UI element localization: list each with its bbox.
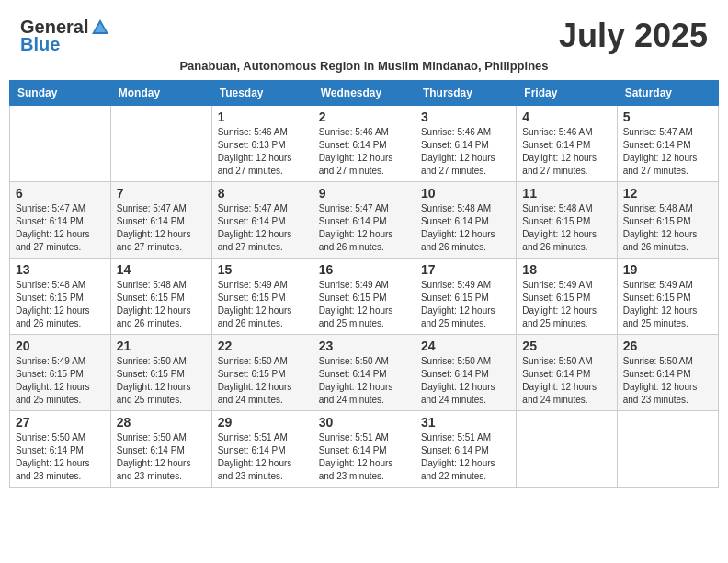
day-number: 20 <box>16 339 105 353</box>
calendar-cell: 5Sunrise: 5:47 AM Sunset: 6:14 PM Daylig… <box>617 106 718 182</box>
calendar-cell: 27Sunrise: 5:50 AM Sunset: 6:14 PM Dayli… <box>10 411 111 488</box>
calendar-cell: 6Sunrise: 5:47 AM Sunset: 6:14 PM Daylig… <box>10 182 111 259</box>
day-info: Sunrise: 5:48 AM Sunset: 6:15 PM Dayligh… <box>117 279 206 330</box>
day-number: 18 <box>522 262 610 277</box>
day-info: Sunrise: 5:51 AM Sunset: 6:14 PM Dayligh… <box>421 431 510 483</box>
calendar-cell: 2Sunrise: 5:46 AM Sunset: 6:14 PM Daylig… <box>313 106 415 182</box>
column-header-thursday: Thursday <box>415 81 516 106</box>
day-info: Sunrise: 5:47 AM Sunset: 6:14 PM Dayligh… <box>623 126 712 178</box>
calendar-cell <box>517 411 617 488</box>
calendar-cell: 23Sunrise: 5:50 AM Sunset: 6:14 PM Dayli… <box>313 335 415 411</box>
calendar-cell: 20Sunrise: 5:49 AM Sunset: 6:15 PM Dayli… <box>10 335 111 411</box>
day-number: 3 <box>421 109 510 124</box>
calendar-cell: 25Sunrise: 5:50 AM Sunset: 6:14 PM Dayli… <box>517 335 617 411</box>
day-info: Sunrise: 5:49 AM Sunset: 6:15 PM Dayligh… <box>623 279 712 330</box>
calendar-cell: 14Sunrise: 5:48 AM Sunset: 6:15 PM Dayli… <box>110 259 211 335</box>
day-number: 15 <box>218 262 307 277</box>
day-info: Sunrise: 5:50 AM Sunset: 6:14 PM Dayligh… <box>16 431 105 483</box>
calendar-cell: 15Sunrise: 5:49 AM Sunset: 6:15 PM Dayli… <box>211 259 313 335</box>
day-info: Sunrise: 5:48 AM Sunset: 6:15 PM Dayligh… <box>16 279 105 330</box>
calendar-cell: 7Sunrise: 5:47 AM Sunset: 6:14 PM Daylig… <box>110 182 211 259</box>
day-number: 4 <box>522 109 610 124</box>
day-number: 14 <box>117 262 206 277</box>
calendar-cell <box>110 106 211 182</box>
column-header-monday: Monday <box>110 81 211 106</box>
day-number: 25 <box>522 339 610 353</box>
calendar-cell <box>617 411 718 488</box>
calendar-cell: 3Sunrise: 5:46 AM Sunset: 6:14 PM Daylig… <box>415 106 516 182</box>
calendar-cell: 21Sunrise: 5:50 AM Sunset: 6:15 PM Dayli… <box>110 335 211 411</box>
day-number: 23 <box>319 339 409 353</box>
day-number: 9 <box>319 186 409 201</box>
day-info: Sunrise: 5:48 AM Sunset: 6:14 PM Dayligh… <box>421 202 510 254</box>
column-header-tuesday: Tuesday <box>211 81 313 106</box>
calendar-cell: 1Sunrise: 5:46 AM Sunset: 6:13 PM Daylig… <box>211 106 313 182</box>
day-number: 8 <box>218 186 307 201</box>
day-info: Sunrise: 5:47 AM Sunset: 6:14 PM Dayligh… <box>218 202 307 254</box>
day-info: Sunrise: 5:47 AM Sunset: 6:14 PM Dayligh… <box>319 202 409 254</box>
day-info: Sunrise: 5:50 AM Sunset: 6:14 PM Dayligh… <box>117 431 206 483</box>
calendar-cell: 24Sunrise: 5:50 AM Sunset: 6:14 PM Dayli… <box>415 335 516 411</box>
day-number: 27 <box>16 415 105 430</box>
day-number: 2 <box>319 109 409 124</box>
day-info: Sunrise: 5:46 AM Sunset: 6:13 PM Dayligh… <box>218 126 307 178</box>
day-info: Sunrise: 5:50 AM Sunset: 6:14 PM Dayligh… <box>421 355 510 407</box>
day-number: 21 <box>117 339 206 353</box>
day-number: 24 <box>421 339 510 353</box>
day-info: Sunrise: 5:49 AM Sunset: 6:15 PM Dayligh… <box>16 355 105 407</box>
day-info: Sunrise: 5:50 AM Sunset: 6:14 PM Dayligh… <box>319 355 409 407</box>
calendar-cell: 16Sunrise: 5:49 AM Sunset: 6:15 PM Dayli… <box>313 259 415 335</box>
day-number: 26 <box>623 339 712 353</box>
calendar-cell: 22Sunrise: 5:50 AM Sunset: 6:15 PM Dayli… <box>211 335 313 411</box>
logo-icon <box>90 17 110 38</box>
day-info: Sunrise: 5:49 AM Sunset: 6:15 PM Dayligh… <box>319 279 409 330</box>
day-info: Sunrise: 5:47 AM Sunset: 6:14 PM Dayligh… <box>16 202 105 254</box>
day-number: 10 <box>421 186 510 201</box>
day-number: 7 <box>117 186 206 201</box>
day-info: Sunrise: 5:50 AM Sunset: 6:15 PM Dayligh… <box>218 355 307 407</box>
calendar-cell: 28Sunrise: 5:50 AM Sunset: 6:14 PM Dayli… <box>110 411 211 488</box>
day-info: Sunrise: 5:49 AM Sunset: 6:15 PM Dayligh… <box>421 279 510 330</box>
day-number: 28 <box>117 415 206 430</box>
day-info: Sunrise: 5:48 AM Sunset: 6:15 PM Dayligh… <box>522 202 610 254</box>
day-number: 6 <box>16 186 105 201</box>
calendar-cell: 8Sunrise: 5:47 AM Sunset: 6:14 PM Daylig… <box>211 182 313 259</box>
column-header-wednesday: Wednesday <box>313 81 415 106</box>
calendar-cell: 13Sunrise: 5:48 AM Sunset: 6:15 PM Dayli… <box>10 259 111 335</box>
logo: General Blue <box>20 17 110 55</box>
day-number: 30 <box>319 415 409 430</box>
calendar-cell <box>10 106 111 182</box>
day-number: 11 <box>522 186 610 201</box>
calendar-cell: 26Sunrise: 5:50 AM Sunset: 6:14 PM Dayli… <box>617 335 718 411</box>
month-title: July 2025 <box>559 17 708 55</box>
calendar-subtitle: Panabuan, Autonomous Region in Muslim Mi… <box>9 59 719 73</box>
calendar-cell: 10Sunrise: 5:48 AM Sunset: 6:14 PM Dayli… <box>415 182 516 259</box>
day-info: Sunrise: 5:46 AM Sunset: 6:14 PM Dayligh… <box>421 126 510 178</box>
day-number: 5 <box>623 109 712 124</box>
day-info: Sunrise: 5:51 AM Sunset: 6:14 PM Dayligh… <box>319 431 409 483</box>
calendar-cell: 29Sunrise: 5:51 AM Sunset: 6:14 PM Dayli… <box>211 411 313 488</box>
calendar-cell: 30Sunrise: 5:51 AM Sunset: 6:14 PM Dayli… <box>313 411 415 488</box>
day-number: 31 <box>421 415 510 430</box>
calendar-cell: 9Sunrise: 5:47 AM Sunset: 6:14 PM Daylig… <box>313 182 415 259</box>
day-number: 22 <box>218 339 307 353</box>
day-info: Sunrise: 5:48 AM Sunset: 6:15 PM Dayligh… <box>623 202 712 254</box>
day-number: 29 <box>218 415 307 430</box>
day-info: Sunrise: 5:49 AM Sunset: 6:15 PM Dayligh… <box>218 279 307 330</box>
day-info: Sunrise: 5:49 AM Sunset: 6:15 PM Dayligh… <box>522 279 610 330</box>
day-number: 1 <box>218 109 307 124</box>
day-number: 12 <box>623 186 712 201</box>
day-number: 17 <box>421 262 510 277</box>
calendar-table: SundayMondayTuesdayWednesdayThursdayFrid… <box>9 80 719 488</box>
calendar-cell: 19Sunrise: 5:49 AM Sunset: 6:15 PM Dayli… <box>617 259 718 335</box>
day-info: Sunrise: 5:50 AM Sunset: 6:14 PM Dayligh… <box>522 355 610 407</box>
day-info: Sunrise: 5:47 AM Sunset: 6:14 PM Dayligh… <box>117 202 206 254</box>
day-number: 13 <box>16 262 105 277</box>
calendar-cell: 11Sunrise: 5:48 AM Sunset: 6:15 PM Dayli… <box>517 182 617 259</box>
column-header-friday: Friday <box>517 81 617 106</box>
page-header: General Blue July 2025 <box>9 9 719 59</box>
day-info: Sunrise: 5:51 AM Sunset: 6:14 PM Dayligh… <box>218 431 307 483</box>
day-number: 19 <box>623 262 712 277</box>
calendar-cell: 31Sunrise: 5:51 AM Sunset: 6:14 PM Dayli… <box>415 411 516 488</box>
day-info: Sunrise: 5:50 AM Sunset: 6:14 PM Dayligh… <box>623 355 712 407</box>
